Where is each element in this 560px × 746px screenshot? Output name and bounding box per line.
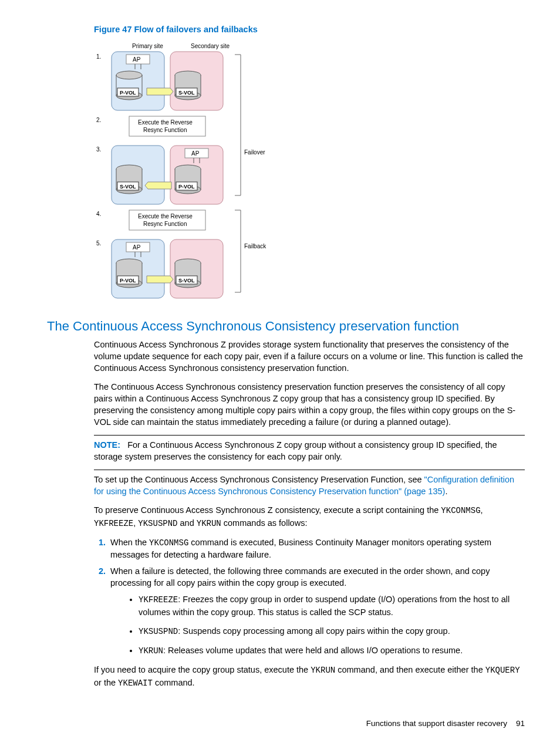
paragraph-1: Continuous Access Synchronous Z provides… (94, 339, 525, 374)
sub-ykrun: YKRUN: Releases volume updates that were… (139, 644, 525, 657)
svg-text:P-VOL: P-VOL (120, 90, 136, 96)
ykconmsg-cmd: YKCONMSG (441, 506, 480, 515)
svg-text:Resync Function: Resync Function (143, 221, 187, 227)
yksuspnd-cmd: YKSUSPND (138, 519, 177, 528)
figure-caption: Figure 47 Flow of failovers and failback… (94, 23, 525, 35)
page-number: 91 (516, 719, 525, 728)
svg-text:1.: 1. (96, 53, 101, 60)
svg-text:Resync Function: Resync Function (143, 127, 187, 133)
ykfreeze-cmd: YKFREEZE (94, 519, 133, 528)
svg-text:AP: AP (191, 150, 200, 157)
svg-marker-42 (145, 182, 171, 189)
primary-site-label: Primary site (132, 43, 163, 49)
svg-text:5.: 5. (96, 240, 101, 247)
secondary-site-label: Secondary site (191, 43, 230, 49)
svg-text:P-VOL: P-VOL (178, 184, 195, 190)
step-1: When the YKCONMSG command is executed, B… (108, 536, 525, 561)
footer-text: Functions that support disaster recovery (366, 719, 507, 728)
svg-text:S-VOL: S-VOL (178, 278, 195, 283)
note-text: For a Continuous Access Synchronous Z co… (94, 440, 497, 461)
svg-text:4.: 4. (96, 211, 101, 217)
section-heading: The Continuous Access Synchronous Consis… (47, 318, 525, 335)
figure-47: Primary site Secondary site 1. 2. 3. 4. … (94, 40, 525, 307)
svg-text:AP: AP (133, 244, 141, 251)
svg-point-13 (116, 71, 142, 79)
note-block: NOTE: For a Continuous Access Synchronou… (94, 439, 525, 463)
paragraph-5: If you need to acquire the copy group st… (94, 664, 525, 689)
paragraph-4: To preserve Continuous Access Synchronou… (94, 504, 525, 529)
step-2: When a failure is detected, the followin… (108, 565, 525, 657)
sub-ykfreeze: YKFREEZE: Freezes the copy group in orde… (139, 593, 525, 617)
note-divider-bottom (94, 470, 525, 470)
ykrun-cmd: YKRUN (197, 519, 221, 528)
svg-text:3.: 3. (96, 146, 101, 153)
svg-text:2.: 2. (96, 117, 101, 123)
note-divider-top (94, 435, 525, 436)
page-footer: Functions that support disaster recovery… (47, 718, 525, 730)
svg-text:AP: AP (133, 56, 141, 63)
ykewait-cmd: YKEWAIT (118, 679, 153, 688)
svg-text:P-VOL: P-VOL (120, 278, 136, 283)
paragraph-3: To set up the Continuous Access Synchron… (94, 474, 525, 497)
steps-list: When the YKCONMSG command is executed, B… (94, 536, 525, 657)
svg-text:S-VOL: S-VOL (120, 184, 136, 190)
svg-text:Failback: Failback (244, 243, 266, 249)
sub-list: YKFREEZE: Freezes the copy group in orde… (128, 593, 525, 657)
svg-text:Execute the Reverse: Execute the Reverse (138, 213, 193, 220)
svg-marker-62 (147, 276, 173, 283)
svg-text:Failover: Failover (244, 149, 265, 156)
ykquery-cmd: YKQUERY (485, 666, 520, 675)
sub-yksuspnd: YKSUSPND: Suspends copy processing among… (139, 625, 525, 637)
svg-marker-23 (147, 88, 173, 95)
paragraph-2: The Continuous Access Synchronous consis… (94, 381, 525, 428)
svol-cylinder-icon: S-VOL (175, 71, 201, 100)
reverse-resync-label-1: Execute the Reverse (138, 119, 193, 126)
note-label: NOTE: (94, 440, 120, 450)
svg-text:S-VOL: S-VOL (178, 90, 195, 96)
